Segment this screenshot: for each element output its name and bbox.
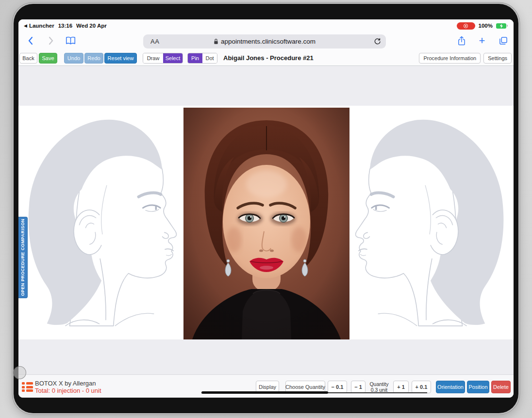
record-icon [464,24,468,28]
bottom-action-bar: BOTOX X by Allergan Total: 0 injection -… [18,374,514,398]
chevron-right-icon [48,36,54,45]
product-name: BOTOX X by Allergan [35,380,96,387]
draw-select-toggle: Draw Select [143,53,183,64]
battery-percent: 100% [479,23,493,29]
url-host: appointments.clinicsoftware.com [143,38,386,45]
back-button[interactable]: Back [19,53,37,64]
browser-back-button[interactable] [25,34,36,47]
plus-0-1-button[interactable]: + 0.1 [412,381,431,393]
draw-button[interactable]: Draw [143,53,163,63]
plus-icon: + [479,36,485,46]
date: Wed 20 Apr [76,23,107,29]
battery-icon [496,23,508,29]
new-tab-button[interactable]: + [476,34,488,47]
share-icon [457,35,466,46]
pin-button[interactable]: Pin [188,53,202,63]
reload-icon [374,38,381,45]
canvas-margin-top [18,66,514,106]
horizontal-scrollbar-handle[interactable] [201,391,328,394]
minus-0-1-button[interactable]: − 0.1 [328,381,347,393]
dot-button[interactable]: Dot [202,53,217,63]
browser-forward-button[interactable] [46,34,56,47]
injection-total: Total: 0 injection - 0 unit [35,387,101,394]
return-triangle-icon: ◀ [24,23,27,28]
comparison-tab-label: OPEN PROCEDURE COMPARISON [20,219,25,296]
page-title: Abigail Jones - Procedure #21 [223,54,314,62]
status-bar: ◀ Launcher 13:16 Wed 20 Apr 100% [18,19,514,32]
product-list-icon [22,382,33,393]
minus-1-button[interactable]: − 1 [351,381,366,393]
address-bar[interactable]: AA appointments.clinicsoftware.com [143,34,386,48]
procedure-toolbar: Back Save Undo Redo Reset view Draw Sele… [18,50,514,66]
canvas-margin-bottom [18,339,514,374]
procedure-canvas[interactable] [18,106,514,339]
clock: 13:16 [58,23,72,29]
ipad-device-frame: ◀ Launcher 13:16 Wed 20 Apr 100% [14,4,518,413]
patient-photo [183,108,349,339]
screen: ◀ Launcher 13:16 Wed 20 Apr 100% [18,19,514,398]
procedure-information-button[interactable]: Procedure Information [419,53,481,64]
orientation-button[interactable]: Orientation [436,381,465,393]
screen-recording-indicator[interactable] [457,22,475,30]
quantity-display: Quantity 0.3 unit [366,381,392,393]
open-book-icon [66,36,76,45]
redo-button[interactable]: Redo [84,53,103,64]
open-procedure-comparison-tab[interactable]: OPEN PROCEDURE COMPARISON [18,217,28,298]
share-button[interactable] [455,34,468,47]
undo-button[interactable]: Undo [64,53,83,64]
lock-icon [214,38,218,45]
quantity-label: Quantity [366,381,392,387]
chevron-left-icon [28,36,33,45]
select-button[interactable]: Select [163,53,183,63]
tabs-icon [499,36,508,46]
return-app-label: Launcher [29,23,54,29]
reset-view-button[interactable]: Reset view [104,53,137,64]
face-profile-diagram-right [348,108,514,335]
save-button[interactable]: Save [39,53,57,64]
delete-button[interactable]: Delete [491,381,511,393]
touch-pointer-indicator [13,366,26,379]
position-button[interactable]: Position [467,381,489,393]
bookmarks-button[interactable] [64,34,77,47]
tabs-button[interactable] [497,34,510,47]
reload-button[interactable] [374,38,381,45]
plus-1-button[interactable]: + 1 [393,381,409,393]
return-to-app-button[interactable]: ◀ Launcher [24,23,54,29]
browser-toolbar: AA appointments.clinicsoftware.com [18,32,514,50]
settings-button[interactable]: Settings [483,53,512,64]
pin-dot-toggle: Pin Dot [187,53,217,64]
face-profile-diagram-left [18,108,184,335]
